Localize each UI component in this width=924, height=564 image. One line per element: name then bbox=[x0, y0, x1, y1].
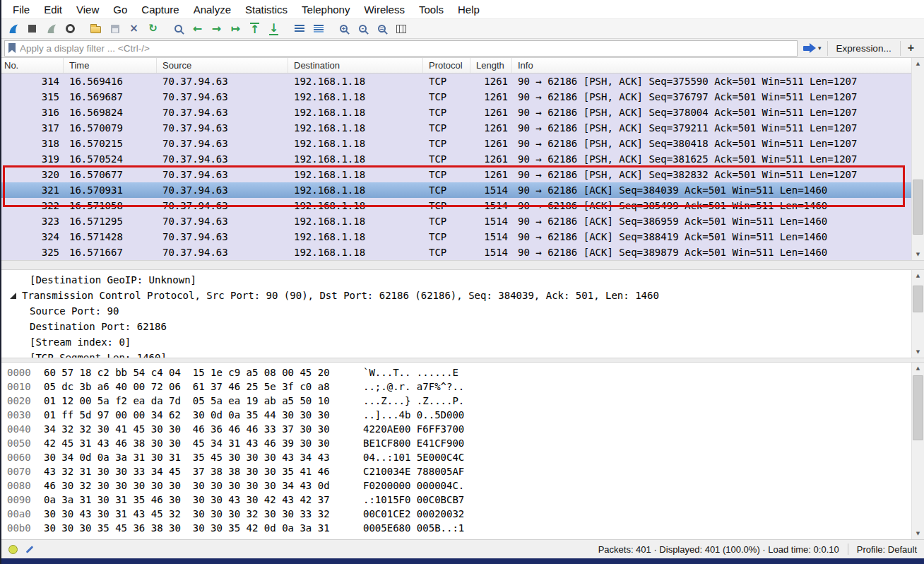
go-back-button[interactable]: ← bbox=[188, 20, 207, 37]
scroll-down-arrow-icon[interactable]: ▼ bbox=[912, 528, 924, 539]
hex-row[interactable]: 0050 42 45 31 43 46 38 30 30 45 34 31 43… bbox=[1, 436, 924, 450]
column-header-time[interactable]: Time bbox=[64, 58, 157, 73]
display-filter-input[interactable] bbox=[20, 43, 793, 54]
menu-item[interactable]: Wireless bbox=[357, 0, 412, 18]
expand-triangle-icon[interactable] bbox=[10, 293, 16, 299]
hex-row[interactable]: 0040 34 32 32 30 41 45 30 30 46 36 46 46… bbox=[1, 422, 924, 436]
packet-row[interactable]: 324 16.571428 70.37.94.63 192.168.1.18 T… bbox=[1, 229, 911, 245]
hex-ascii: ...Z...} .Z....P. bbox=[363, 395, 464, 406]
menu-item[interactable]: View bbox=[69, 0, 106, 18]
zoom-in-button[interactable]: + bbox=[334, 20, 353, 37]
display-filter-field[interactable] bbox=[4, 40, 798, 57]
packet-row[interactable]: 314 16.569416 70.37.94.63 192.168.1.18 T… bbox=[1, 74, 911, 89]
column-header-info[interactable]: Info bbox=[512, 58, 911, 73]
capture-comment-pencil-icon[interactable] bbox=[25, 544, 35, 554]
column-header-destination[interactable]: Destination bbox=[288, 58, 423, 73]
expert-info-icon[interactable] bbox=[8, 545, 18, 554]
apply-filter-button[interactable]: ▾ bbox=[798, 43, 827, 53]
scroll-thumb[interactable] bbox=[913, 286, 923, 312]
hex-offset: 0050 bbox=[7, 437, 44, 449]
zoom-reset-button[interactable]: = bbox=[372, 20, 391, 37]
scroll-down-arrow-icon[interactable]: ▼ bbox=[912, 249, 924, 260]
scroll-up-arrow-icon[interactable]: ▲ bbox=[912, 363, 924, 374]
open-file-button[interactable] bbox=[86, 20, 105, 37]
find-packet-button[interactable] bbox=[169, 20, 188, 37]
hex-row[interactable]: 0090 0a 3a 31 30 31 35 46 30 30 30 43 30… bbox=[1, 493, 924, 507]
resize-columns-button[interactable] bbox=[391, 20, 410, 37]
scroll-down-arrow-icon[interactable]: ▼ bbox=[912, 346, 924, 358]
search-icon bbox=[174, 25, 182, 33]
detail-line-geoip[interactable]: [Destination GeoIP: Unknown] bbox=[1, 272, 924, 288]
packet-row[interactable]: 323 16.571295 70.37.94.63 192.168.1.18 T… bbox=[1, 213, 911, 229]
hex-row[interactable]: 0080 46 30 32 30 30 30 30 30 30 30 30 30… bbox=[1, 478, 924, 493]
packet-row[interactable]: 316 16.569824 70.37.94.63 192.168.1.18 T… bbox=[1, 105, 911, 120]
hex-row[interactable]: 00a0 30 30 43 30 31 43 45 32 30 30 30 32… bbox=[1, 507, 924, 521]
menu-item[interactable]: Edit bbox=[37, 0, 69, 18]
profile-text[interactable]: Profile: Default bbox=[857, 544, 917, 555]
pane-splitter[interactable] bbox=[1, 260, 924, 270]
detail-line-tcp[interactable]: Transmission Control Protocol, Src Port:… bbox=[1, 288, 924, 303]
detail-line-segment-len[interactable]: [TCP Segment Len: 1460] bbox=[1, 350, 924, 358]
restart-capture-button[interactable] bbox=[42, 20, 61, 37]
hex-scrollbar[interactable]: ▲ ▼ bbox=[911, 363, 924, 539]
menu-item[interactable]: File bbox=[6, 0, 37, 18]
chevron-down-icon[interactable]: ▾ bbox=[818, 45, 822, 52]
column-header-protocol[interactable]: Protocol bbox=[423, 58, 470, 73]
column-header-source[interactable]: Source bbox=[157, 58, 288, 73]
bookmark-icon[interactable] bbox=[8, 43, 16, 53]
save-file-button[interactable] bbox=[105, 20, 124, 37]
menu-item[interactable]: Capture bbox=[134, 0, 186, 18]
menu-item[interactable]: Go bbox=[106, 0, 134, 18]
hex-row[interactable]: 0020 01 12 00 5a f2 ea da 7d 05 5a ea 19… bbox=[1, 394, 924, 408]
scroll-thumb[interactable] bbox=[913, 375, 923, 440]
packet-list-scrollbar[interactable]: ▲ ▼ bbox=[911, 58, 924, 260]
close-file-button[interactable]: × bbox=[124, 20, 143, 37]
expression-button[interactable]: Expression... bbox=[827, 41, 900, 56]
hex-row[interactable]: 0010 05 dc 3b a6 40 00 72 06 61 37 46 25… bbox=[1, 380, 924, 394]
hex-row[interactable]: 00b0 30 30 30 35 45 36 38 30 30 30 35 42… bbox=[1, 521, 924, 535]
packet-row[interactable]: 321 16.570931 70.37.94.63 192.168.1.18 T… bbox=[1, 182, 911, 198]
hex-row[interactable]: 0070 43 32 31 30 30 33 34 45 37 38 38 30… bbox=[1, 464, 924, 478]
zoom-out-button[interactable]: - bbox=[353, 20, 372, 37]
capture-options-button[interactable] bbox=[61, 20, 80, 37]
reload-button[interactable]: ↻ bbox=[143, 20, 162, 37]
packet-row[interactable]: 325 16.571667 70.37.94.63 192.168.1.18 T… bbox=[1, 245, 911, 260]
start-capture-button[interactable] bbox=[4, 20, 23, 37]
hex-row[interactable]: 0000 60 57 18 c2 bb 54 c4 04 15 1e c9 a5… bbox=[1, 365, 924, 380]
go-to-packet-button[interactable]: ↦ bbox=[226, 20, 245, 37]
menu-item[interactable]: Telephony bbox=[295, 0, 357, 18]
add-filter-button[interactable]: + bbox=[900, 41, 921, 56]
menu-item[interactable]: Help bbox=[451, 0, 487, 18]
packet-row[interactable]: 317 16.570079 70.37.94.63 192.168.1.18 T… bbox=[1, 120, 911, 136]
scroll-thumb[interactable] bbox=[913, 180, 923, 235]
go-to-bottom-button[interactable]: ↓ bbox=[264, 20, 283, 37]
hex-offset: 0020 bbox=[7, 395, 44, 406]
packet-row[interactable]: 318 16.570215 70.37.94.63 192.168.1.18 T… bbox=[1, 136, 911, 151]
column-header-length[interactable]: Length bbox=[470, 58, 512, 73]
packet-row[interactable]: 322 16.571058 70.37.94.63 192.168.1.18 T… bbox=[1, 198, 911, 213]
detail-line-destination-port[interactable]: Destination Port: 62186 bbox=[1, 319, 924, 334]
column-header-no[interactable]: No. bbox=[1, 58, 64, 73]
menu-item[interactable]: Statistics bbox=[238, 0, 295, 18]
details-scrollbar[interactable]: ▲ ▼ bbox=[911, 270, 924, 358]
pane-splitter[interactable] bbox=[1, 358, 924, 363]
packet-row[interactable]: 319 16.570524 70.37.94.63 192.168.1.18 T… bbox=[1, 151, 911, 167]
hex-row[interactable]: 0030 01 ff 5d 97 00 00 34 62 30 0d 0a 35… bbox=[1, 408, 924, 422]
colorize-button[interactable] bbox=[309, 20, 328, 37]
detail-line-stream-index[interactable]: [Stream index: 0] bbox=[1, 334, 924, 350]
forward-arrow-icon: → bbox=[212, 23, 221, 35]
menu-item[interactable]: Analyze bbox=[186, 0, 238, 18]
packet-row[interactable]: 320 16.570677 70.37.94.63 192.168.1.18 T… bbox=[1, 167, 911, 182]
packet-destination: 192.168.1.18 bbox=[288, 184, 423, 196]
packet-row[interactable]: 315 16.569687 70.37.94.63 192.168.1.18 T… bbox=[1, 89, 911, 105]
go-to-top-button[interactable]: ↑ bbox=[245, 20, 264, 37]
scroll-up-arrow-icon[interactable]: ▲ bbox=[912, 270, 924, 281]
auto-scroll-button[interactable] bbox=[290, 20, 309, 37]
menu-item[interactable]: Tools bbox=[412, 0, 451, 18]
hex-row[interactable]: 0060 30 34 0d 0a 3a 31 30 31 35 45 30 30… bbox=[1, 450, 924, 464]
stop-capture-button[interactable] bbox=[23, 20, 42, 37]
scroll-up-arrow-icon[interactable]: ▲ bbox=[912, 58, 924, 69]
detail-line-source-port[interactable]: Source Port: 90 bbox=[1, 303, 924, 319]
go-forward-button[interactable]: → bbox=[207, 20, 226, 37]
menu-bar: File Edit View Go Capture Analyze Statis… bbox=[1, 0, 924, 18]
